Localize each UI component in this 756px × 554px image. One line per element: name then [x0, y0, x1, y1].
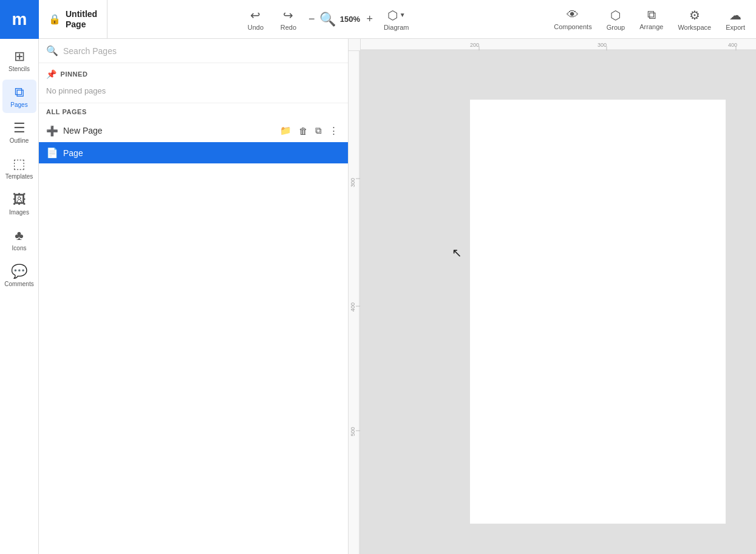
- title-area: 🔒 Untitled Page: [39, 0, 107, 38]
- workspace-button[interactable]: ⚙ Workspace: [672, 5, 717, 33]
- canvas-wrapper: 200 300 400 300 400 500: [349, 39, 756, 554]
- duplicate-page-button[interactable]: ⧉: [313, 124, 324, 137]
- new-page-label: New Page: [63, 126, 273, 135]
- page-icon: 📄: [46, 147, 58, 159]
- export-label: Export: [726, 24, 745, 31]
- delete-page-button[interactable]: 🗑: [296, 125, 310, 137]
- sidebar-item-comments[interactable]: 💬 Comments: [2, 259, 36, 292]
- svg-text:300: 300: [350, 178, 356, 187]
- undo-button[interactable]: ↩ Undo: [240, 5, 271, 33]
- comments-label: Comments: [4, 281, 33, 287]
- pages-label: Pages: [10, 101, 27, 108]
- canvas-main[interactable]: ↖: [361, 51, 756, 554]
- images-icon: 🖼: [13, 192, 26, 208]
- sidebar-item-images[interactable]: 🖼 Images: [2, 187, 36, 221]
- sidebar-item-pages[interactable]: ⧉ Pages: [2, 80, 36, 113]
- outline-label: Outline: [10, 137, 29, 144]
- topbar: m 🔒 Untitled Page ↩ Undo ↪ Redo − 🔍 150%…: [0, 0, 756, 39]
- pin-icon: 📌: [46, 69, 57, 79]
- icons-icon: ♣: [15, 228, 23, 244]
- components-label: Components: [554, 23, 591, 30]
- new-page-icon: ➕: [46, 125, 58, 137]
- diagram-button[interactable]: ⬡ ▼ Diagram: [378, 5, 415, 33]
- undo-icon: ↩: [250, 8, 261, 22]
- arrange-icon: ⧉: [647, 8, 656, 22]
- group-icon: ⬡: [610, 8, 621, 22]
- toolbar-center: ↩ Undo ↪ Redo − 🔍 150% + ⬡ ▼ Diagram: [107, 5, 548, 33]
- sidebar-icons: ⊞ Stencils ⧉ Pages ☰ Outline ⬚ Templates…: [0, 39, 39, 554]
- diagram-icon: ⬡: [387, 8, 398, 22]
- vertical-ruler: 300 400 500: [349, 51, 361, 554]
- sidebar-item-stencils[interactable]: ⊞ Stencils: [2, 44, 36, 77]
- all-pages-header: ALL PAGES: [39, 103, 348, 119]
- document-title: Untitled Page: [66, 9, 97, 30]
- page-label: Page: [63, 148, 341, 158]
- undo-label: Undo: [248, 24, 264, 31]
- add-to-group-button[interactable]: 📁: [278, 124, 294, 137]
- new-page-item[interactable]: ➕ New Page 📁 🗑 ⧉ ⋮: [39, 119, 348, 142]
- comments-icon: 💬: [11, 264, 27, 279]
- outline-icon: ☰: [13, 120, 26, 136]
- export-button[interactable]: ☁ Export: [720, 5, 751, 33]
- group-button[interactable]: ⬡ Group: [601, 5, 632, 33]
- group-label: Group: [607, 24, 625, 31]
- arrange-button[interactable]: ⧉ Arrange: [633, 5, 669, 33]
- diagram-label: Diagram: [384, 24, 409, 31]
- logo-area[interactable]: m: [0, 0, 39, 39]
- workspace-icon: ⚙: [689, 8, 700, 22]
- canvas-bottom-row: 300 400 500 ↖: [349, 51, 756, 554]
- images-label: Images: [9, 209, 29, 216]
- search-icon: 🔍: [46, 45, 58, 56]
- icons-label: Icons: [12, 245, 27, 251]
- pinned-label: PINNED: [61, 70, 88, 78]
- zoom-plus-button[interactable]: +: [364, 12, 375, 27]
- svg-text:300: 300: [598, 42, 607, 48]
- svg-text:200: 200: [470, 42, 479, 48]
- sidebar-item-icons[interactable]: ♣ Icons: [2, 223, 36, 256]
- svg-text:400: 400: [350, 303, 356, 312]
- ruler-corner: [349, 39, 361, 51]
- templates-icon: ⬚: [13, 156, 26, 172]
- main-layout: ⊞ Stencils ⧉ Pages ☰ Outline ⬚ Templates…: [0, 39, 756, 554]
- redo-button[interactable]: ↪ Redo: [273, 5, 304, 33]
- sidebar-item-outline[interactable]: ☰ Outline: [2, 115, 36, 149]
- svg-text:500: 500: [350, 427, 356, 436]
- pages-panel: 🔍 📌 PINNED No pinned pages ALL PAGES ➕ N…: [39, 39, 349, 554]
- workspace-label: Workspace: [678, 24, 711, 31]
- arrange-label: Arrange: [639, 23, 663, 30]
- zoom-minus-button[interactable]: −: [306, 12, 318, 27]
- new-page-actions: 📁 🗑 ⧉ ⋮: [278, 124, 341, 137]
- components-button[interactable]: 👁 Components: [548, 5, 598, 33]
- redo-icon: ↪: [283, 8, 293, 22]
- components-icon: 👁: [567, 8, 579, 22]
- cursor-indicator: ↖: [452, 245, 463, 259]
- redo-label: Redo: [281, 24, 296, 31]
- sidebar-item-templates[interactable]: ⬚ Templates: [2, 151, 36, 185]
- lock-icon: 🔒: [49, 13, 61, 25]
- search-input[interactable]: [63, 46, 341, 56]
- more-options-button[interactable]: ⋮: [327, 124, 341, 137]
- logo-icon: m: [12, 10, 27, 29]
- toolbar-right: 👁 Components ⬡ Group ⧉ Arrange ⚙ Workspa…: [548, 5, 756, 33]
- canvas-page: [470, 100, 726, 524]
- canvas-top-row: 200 300 400: [349, 39, 756, 51]
- zoom-icon: 🔍: [319, 12, 336, 27]
- stencils-icon: ⊞: [14, 49, 25, 64]
- export-icon: ☁: [729, 8, 741, 22]
- templates-label: Templates: [5, 173, 33, 180]
- pages-icon: ⧉: [15, 84, 24, 100]
- zoom-value: 150%: [338, 15, 361, 24]
- stencils-label: Stencils: [9, 66, 30, 72]
- no-pinned-text: No pinned pages: [39, 83, 348, 103]
- diagram-caret-icon: ▼: [400, 12, 406, 18]
- page-item[interactable]: 📄 Page: [39, 142, 348, 163]
- pinned-section-header: 📌 PINNED: [39, 63, 348, 83]
- search-bar: 🔍: [39, 39, 348, 63]
- horizontal-ruler: 200 300 400: [361, 39, 756, 51]
